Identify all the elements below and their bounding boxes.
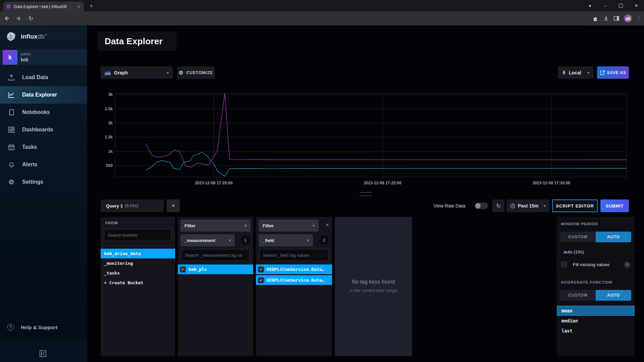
collapse-sidebar-icon[interactable] (39, 350, 47, 357)
sidebar-item-alerts[interactable]: Alerts (0, 156, 87, 173)
extensions-puzzle-icon[interactable] (593, 15, 599, 21)
y-tick-label: 3k (108, 92, 113, 97)
window-auto-button[interactable]: AUTO (596, 232, 631, 242)
timezone-dropdown[interactable]: Local ▾ (558, 66, 593, 79)
submit-button[interactable]: SUBMIT (600, 199, 629, 212)
chart-area: 5001k1.5k2k2.5k3k2023-12-08 17:20:002023… (104, 91, 629, 189)
query-duration: (0.03s) (125, 203, 138, 208)
filter-panel-field: Filter ▾ × _field ▾ 2 ✓ KEBPLCComService… (256, 217, 332, 356)
aggregate-function-label: AGGREGATE FUNCTION (561, 280, 612, 284)
tag-value-item-selected[interactable]: ✓ KEBPLCComService.Data… (256, 275, 332, 285)
tag-key-dropdown[interactable]: _field ▾ (259, 234, 313, 246)
user-name: keb (21, 57, 29, 62)
pin-icon (562, 70, 566, 75)
page-title: Data Explorer (105, 36, 163, 47)
checkbox-unchecked-icon[interactable]: ✓ (561, 261, 567, 267)
filter-type-dropdown[interactable]: Filter ▾ (259, 220, 319, 232)
y-tick-label: 500 (106, 163, 113, 168)
query-tab[interactable]: Query 1 (0.03s) (101, 199, 164, 212)
close-icon[interactable]: × (629, 0, 644, 11)
bucket-search-input[interactable] (104, 229, 172, 241)
filter-type-label: Filter (263, 223, 274, 228)
chevron-down-icon: ▾ (313, 223, 315, 228)
browser-menu-icon[interactable]: ⋮ (636, 15, 641, 21)
sidebar-item-dashboards[interactable]: Dashboards (0, 121, 87, 138)
view-raw-data-toggle[interactable] (475, 202, 488, 209)
field-search-input[interactable] (259, 249, 329, 261)
bucket-item[interactable]: _monitoring (101, 258, 175, 268)
script-editor-button[interactable]: SCRIPT EDITOR (552, 199, 598, 212)
minimize-icon[interactable]: – (598, 0, 613, 11)
tag-value-item-selected[interactable]: ✓ KEBPLCComService.Data… (256, 264, 332, 274)
tag-value-label: KEBPLCComService.Data… (267, 278, 324, 283)
checkbox-checked-icon[interactable]: ✓ (180, 266, 186, 273)
checkbox-checked-icon[interactable]: ✓ (258, 266, 264, 273)
calendar-icon (7, 143, 15, 151)
timezone-label: Local (569, 70, 581, 75)
window-period-value: auto (10s) (564, 249, 584, 254)
x-tick-label: 2023-12-08 17:25:00 (364, 181, 401, 185)
function-item-mean[interactable]: mean (557, 306, 635, 316)
help-question-icon: ? (7, 324, 14, 330)
back-icon[interactable] (3, 15, 10, 22)
tag-value-label: KEBPLCComService.Data… (267, 267, 324, 272)
y-tick-label: 2.5k (105, 107, 113, 111)
sidebar-item-label: Alerts (22, 162, 37, 168)
bucket-item[interactable]: _tasks (101, 268, 175, 278)
tab-close-icon[interactable]: × (77, 4, 81, 10)
empty-message-subtitle: in the current time range (335, 288, 412, 293)
fill-missing-values-row[interactable]: ✓ Fill missing values (561, 261, 610, 267)
logo-text: influxdb™ (21, 33, 47, 40)
help-support-item[interactable]: ? Help & Support (7, 324, 57, 330)
refresh-button[interactable]: ↻ (492, 199, 504, 212)
browser-tab[interactable]: Data Explorer | keb | InfluxDB × (3, 2, 84, 11)
aggregate-auto-button[interactable]: AUTO (596, 290, 631, 301)
remove-filter-icon[interactable]: × (325, 222, 329, 228)
influxdb-logo[interactable]: influxdb™ (6, 32, 47, 42)
side-panel-icon[interactable] (613, 15, 620, 21)
view-type-dropdown[interactable]: Graph ▾ (101, 66, 173, 79)
function-item-median[interactable]: median (557, 316, 635, 326)
chevron-down-icon: ▾ (229, 238, 231, 243)
checkbox-checked-icon[interactable]: ✓ (258, 277, 264, 283)
empty-tag-panel: No tag keys found in the current time ra… (335, 217, 412, 356)
aggregate-custom-button[interactable]: CUSTOM (560, 290, 596, 301)
save-as-button[interactable]: SAVE AS (597, 66, 629, 79)
sidebar-item-data-explorer[interactable]: Data Explorer (0, 86, 87, 104)
customize-button[interactable]: ⚙ CUSTOMIZE (177, 66, 215, 79)
sidebar-item-notebooks[interactable]: Notebooks (0, 104, 87, 121)
sidebar-item-load-data[interactable]: Load Data (0, 69, 87, 86)
tag-value-label: keb_plc (189, 267, 207, 272)
download-icon[interactable] (603, 15, 609, 21)
notebook-icon (7, 108, 15, 116)
tag-value-list: ✓ keb_plc (178, 264, 253, 275)
tag-value-item-selected[interactable]: ✓ keb_plc (178, 264, 253, 274)
restore-icon[interactable] (613, 0, 629, 11)
filter-type-dropdown[interactable]: Filter ▾ (180, 220, 251, 232)
sidebar-footer (0, 340, 87, 362)
from-panel-title: FROM (105, 221, 118, 225)
tag-key-dropdown[interactable]: _measurement ▾ (180, 234, 235, 246)
measurement-search-input[interactable] (181, 249, 250, 261)
y-tick-label: 1.5k (105, 135, 113, 139)
tab-search-chevron-icon[interactable]: ▾ (582, 0, 598, 11)
sidebar-item-settings[interactable]: ⚙ Settings (0, 173, 87, 191)
create-bucket-button[interactable]: + Create Bucket (101, 278, 175, 288)
profile-avatar[interactable] (624, 14, 632, 22)
sidebar-item-tasks[interactable]: Tasks (0, 138, 87, 156)
time-range-dropdown[interactable]: Past 15m ▾ (506, 199, 549, 212)
forward-icon[interactable] (15, 15, 22, 22)
upload-icon (7, 73, 15, 81)
bucket-item-selected[interactable]: keb_drive_data (101, 249, 175, 258)
add-query-button[interactable]: + (167, 199, 180, 212)
fill-help-icon[interactable]: ? (624, 261, 631, 268)
function-item-last[interactable]: last (557, 326, 635, 336)
sidebar-item-label: Notebooks (22, 109, 50, 115)
user-avatar[interactable]: k (3, 50, 17, 65)
new-tab-button[interactable]: + (87, 2, 95, 10)
page-title-box: Data Explorer (97, 32, 176, 51)
line-chart-icon (7, 91, 15, 99)
reload-icon[interactable]: ↻ (28, 15, 34, 22)
panel-resize-handle[interactable] (360, 192, 372, 196)
window-custom-button[interactable]: CUSTOM (560, 232, 596, 242)
